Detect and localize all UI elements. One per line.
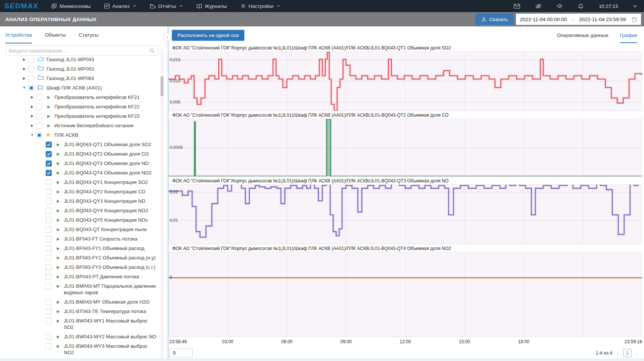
combine-axis-button[interactable]: Расположить на одной оси (172, 30, 244, 41)
tree-item[interactable]: ▶JL01-BQ043-QY4 Концентрация NO2 (0, 206, 160, 215)
tree-checkbox[interactable] (46, 245, 52, 251)
tree-item[interactable]: ▶▶Преобразователь интерфейсов KF22 (0, 102, 160, 111)
date-range-picker[interactable]: 2022-11-04 00:00:00 → 2022-11-04 23:59:5… (516, 14, 641, 25)
eye-off-icon[interactable] (535, 3, 542, 9)
tree-checkbox[interactable] (46, 189, 52, 195)
expand-arrow-icon[interactable]: ▶ (29, 103, 35, 110)
download-button[interactable]: Скачать (475, 14, 514, 25)
tree-checkbox[interactable] (36, 113, 42, 119)
tree-item[interactable]: ▶JL01-BQ043-QT2 Объемная доля CO (0, 149, 160, 159)
tree-item[interactable]: ▶JL01-BW043-WY1 Массовый выброс SO2 (0, 316, 160, 332)
menu-item-journals[interactable]: Журналы (196, 3, 227, 9)
tree-checkbox[interactable] (46, 318, 52, 324)
tree-checkbox[interactable] (36, 94, 42, 100)
tree-checkbox[interactable] (28, 57, 34, 63)
page-prev-icon[interactable]: ‹ (617, 350, 618, 356)
tree-item[interactable]: ▶▶Преобразователь интерфейсов KF21 (0, 93, 160, 102)
tree-checkbox[interactable] (46, 179, 52, 185)
page-size-input[interactable] (169, 348, 193, 357)
collapse-sidebar-button[interactable]: ‹ (163, 33, 172, 42)
tree-checkbox[interactable] (46, 309, 52, 315)
tree-checkbox[interactable] (36, 104, 42, 110)
tree-item[interactable]: ▶JL01-BP043-PT Давление потока (0, 272, 160, 281)
calendar-icon[interactable] (630, 14, 637, 25)
tree-item[interactable]: ▶JL01-BQ043-QY1 Концентрация SO2 (0, 177, 160, 187)
expand-arrow-icon[interactable]: ▶ (22, 75, 27, 82)
menu-item-reports[interactable]: Отчёты (150, 3, 183, 9)
tree-item[interactable]: ▶JL01-BQ043-QY3 Концентрация NO (0, 196, 160, 206)
collapse-arrow-icon[interactable]: ▼ (29, 132, 35, 138)
bell-icon[interactable] (578, 3, 584, 9)
tree-checkbox[interactable] (46, 299, 52, 305)
search-icon[interactable] (146, 48, 158, 54)
tab-operational-data[interactable]: Оперативные данные (557, 26, 608, 44)
sidebar-scrollbar[interactable] (161, 49, 164, 359)
search-input[interactable] (6, 48, 146, 54)
tree-checkbox[interactable] (28, 76, 34, 82)
tree-item[interactable]: ▶JL01-BQ043-QT4 Объемная доля NO2 (0, 168, 160, 177)
tree-item[interactable]: ▶JL01-BQ043-QY5 Концентрация NOx (0, 215, 160, 225)
tree-checkbox[interactable] (46, 142, 52, 148)
tree-checkbox[interactable] (36, 123, 42, 129)
tab-statuses[interactable]: Статусы (79, 32, 98, 43)
tree-checkbox[interactable] (46, 334, 52, 340)
page-number[interactable]: 1 (623, 349, 632, 357)
tree-item[interactable]: ▶JL01-BQ043-QY2 Концентрация CO (0, 187, 160, 196)
expand-arrow-icon[interactable]: ▶ (29, 113, 35, 119)
expand-arrow-icon[interactable]: ▶ (22, 66, 27, 72)
tree-item[interactable]: ▶JL01-BQ043-QT1 Объемная доля SO2 (0, 140, 160, 149)
tree-item[interactable]: ▶JL01-BQ043-QT Концентрация пыли (0, 225, 160, 234)
tree-item[interactable]: ▶JL01-BF043-FY2 Объемный расход (н.у) (0, 253, 160, 262)
chart-plot-area[interactable]: 0,020,01 (168, 184, 642, 244)
date-to[interactable]: 2022-11-04 23:59:59 (579, 17, 626, 22)
page-next-icon[interactable]: › (636, 350, 638, 356)
tree-item[interactable]: ▶JL01-BF043-FY1 Объемный расход (0, 244, 160, 253)
tree-item[interactable]: ▶Газоход JL01-WP053 (0, 64, 160, 74)
menu-item-settings[interactable]: Настройки (241, 3, 280, 9)
tree-item[interactable]: ▶JL01-BM043-MT Парциальное давление водя… (0, 281, 160, 297)
tree-checkbox[interactable] (46, 217, 52, 223)
tree-checkbox[interactable] (46, 227, 52, 233)
tree-checkbox[interactable] (46, 151, 52, 157)
mail-icon[interactable] (514, 4, 520, 9)
tree-checkbox[interactable] (46, 236, 52, 242)
tree-item[interactable]: ▶▶Преобразователь интерфейсов KF23 (0, 111, 160, 121)
chart-plot-area[interactable]: 0 (168, 252, 642, 337)
tree-item[interactable]: ▶JL01-BW043-WY3 Массовый выброс NO2 (0, 341, 160, 357)
tree-checkbox[interactable] (46, 160, 52, 167)
tree-checkbox[interactable] (36, 132, 42, 138)
tree-checkbox[interactable] (28, 66, 34, 72)
scrollbar-thumb[interactable] (161, 76, 164, 96)
tree-checkbox[interactable] (46, 170, 52, 176)
chevron-down-icon[interactable] (633, 5, 637, 8)
tree-checkbox[interactable] (46, 343, 52, 349)
expand-arrow-icon[interactable]: ▶ (29, 94, 35, 100)
tree-item[interactable]: ▼Шкаф ПЛК АСКВ (АА01) (0, 83, 160, 93)
tree-checkbox[interactable] (46, 255, 52, 261)
tree-item[interactable]: ▶JL01-BF043-FT Скорость потока (0, 234, 160, 244)
tree-item[interactable]: ▶JL01-BW043-WY2 Массовый выброс NO (0, 332, 160, 341)
tree-item[interactable]: ▶JL01-BT043-TE Температура потока (0, 307, 160, 316)
tree-checkbox[interactable] (46, 283, 52, 289)
tree-item[interactable]: ▶Газоход JL01-WP063 (0, 74, 160, 83)
tree-item[interactable]: ▶JL01-BF043-FY3 Объемный расход (с.г.) (0, 262, 160, 272)
collapse-arrow-icon[interactable]: ▼ (22, 85, 27, 91)
menu-item-analysis[interactable]: Анализ (104, 3, 136, 9)
tree-checkbox[interactable] (46, 264, 52, 270)
tab-chart[interactable]: График (620, 26, 637, 44)
date-from[interactable]: 2022-11-04 00:00:00 (520, 17, 567, 22)
menu-item-mnemoschemes[interactable]: Мнемосхемы (51, 3, 91, 9)
expand-arrow-icon[interactable]: ▶ (22, 57, 27, 63)
tree-item[interactable]: ▶JL01-BQ043-QT3 Объемная доля NO (0, 159, 160, 168)
tab-objects[interactable]: Объекты (45, 32, 66, 43)
tree-item[interactable]: ▶Газоход JL01-WP043 (0, 57, 160, 64)
tree-item[interactable]: ▶JL01-BM043-MY Объемная доля H2O (0, 297, 160, 307)
tree-item[interactable]: ▶▶Источник бесперебойного питания (0, 121, 160, 130)
tree-checkbox[interactable] (46, 198, 52, 204)
tree-checkbox[interactable] (46, 208, 52, 214)
expand-arrow-icon[interactable]: ▶ (29, 122, 35, 129)
tree-checkbox[interactable] (28, 85, 34, 91)
tree-checkbox[interactable] (46, 274, 52, 280)
chart-plot-area[interactable]: 0,0150,0100,005 (168, 51, 642, 111)
speaker-icon[interactable] (557, 3, 563, 9)
